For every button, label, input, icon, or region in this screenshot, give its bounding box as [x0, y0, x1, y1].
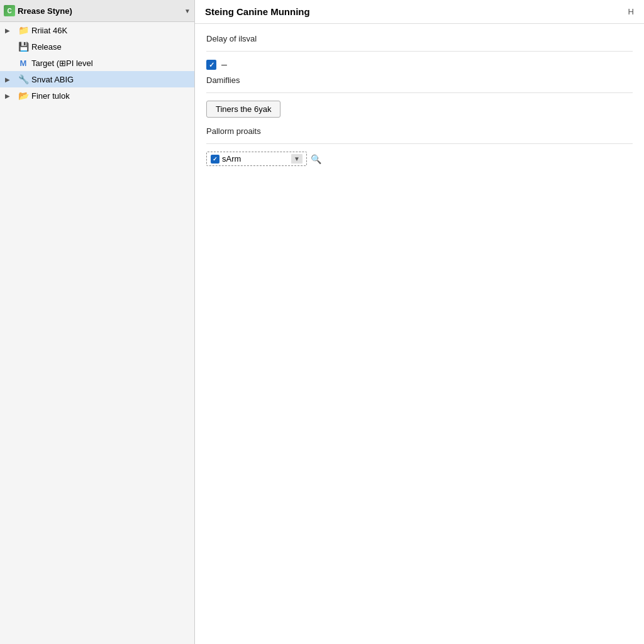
delay-divider — [206, 51, 633, 52]
pallorm-select-checkbox[interactable] — [211, 155, 219, 164]
tree-label-release: Release — [31, 42, 62, 52]
tree-item-release[interactable]: 💾 Release — [0, 38, 194, 55]
main-header: Steing Canine Munning H — [195, 0, 644, 24]
pallorm-search-icon[interactable]: 🔍 — [311, 154, 321, 164]
tree-label-target: Target (⊞PI level — [31, 58, 93, 68]
section-damiflies: Damiflies Tiners the 6yak — [206, 75, 633, 118]
pallorm-divider — [206, 143, 633, 144]
main-content: Steing Canine Munning H Delay of ilsval … — [195, 0, 644, 644]
sidebar: C Rrease Styne) ▼ ▶ 📁 Rriiat 46K 💾 Relea… — [0, 0, 195, 644]
tree-item-finer[interactable]: ▶ 📂 Finer tulok — [0, 87, 194, 104]
pallorm-label: Pallorm proaits — [206, 126, 633, 136]
tree-label-rriiat: Rriiat 46K — [31, 26, 67, 35]
delay-label: Delay of ilsval — [206, 34, 633, 43]
section-pallorm: Pallorm proaits sArm ▼ 🔍 — [206, 126, 633, 166]
damiflies-divider — [206, 92, 633, 93]
sidebar-dropdown-arrow[interactable]: ▼ — [184, 8, 191, 14]
tree-item-rriiat[interactable]: ▶ 📁 Rriiat 46K — [0, 22, 194, 38]
sidebar-header-icon: C — [4, 5, 15, 16]
pallorm-select-box[interactable]: sArm ▼ — [206, 152, 307, 166]
disk-icon-release: 💾 — [18, 42, 29, 52]
tree-item-snvat[interactable]: ▶ 🔧 Snvat ABIG — [0, 71, 194, 87]
sidebar-header-title: Rrease Styne) — [18, 6, 182, 16]
delay-checkbox-row: – — [206, 59, 633, 70]
tree-label-finer: Finer tulok — [31, 91, 70, 101]
delay-dash: – — [221, 59, 227, 70]
pallorm-select-value: sArm — [222, 154, 289, 164]
section-delay: Delay of ilsval – — [206, 34, 633, 70]
expand-icon-snvat[interactable]: ▶ — [5, 76, 15, 83]
tree-item-target[interactable]: M Target (⊞PI level — [0, 55, 194, 71]
snake-icon-snvat: 🔧 — [18, 74, 29, 84]
content-body: Delay of ilsval – Damiflies Tiners the 6… — [195, 24, 644, 176]
delay-checkbox[interactable] — [206, 60, 216, 70]
m-icon-target: M — [18, 58, 29, 68]
pallorm-dropdown-row: sArm ▼ 🔍 — [206, 152, 633, 166]
tree-label-snvat: Snvat ABIG — [31, 75, 74, 84]
main-header-action[interactable]: H — [628, 7, 634, 16]
damiflies-label: Damiflies — [206, 75, 633, 85]
main-title: Steing Canine Munning — [205, 6, 310, 17]
pallorm-select-arrow[interactable]: ▼ — [291, 154, 303, 164]
expand-icon-rriiat[interactable]: ▶ — [5, 27, 15, 34]
folder-icon-rriiat: 📁 — [18, 25, 29, 35]
expand-icon-finer[interactable]: ▶ — [5, 92, 15, 99]
sidebar-header[interactable]: C Rrease Styne) ▼ — [0, 0, 194, 22]
damiflies-button[interactable]: Tiners the 6yak — [206, 101, 280, 118]
folder-blue-icon-finer: 📂 — [18, 91, 29, 101]
